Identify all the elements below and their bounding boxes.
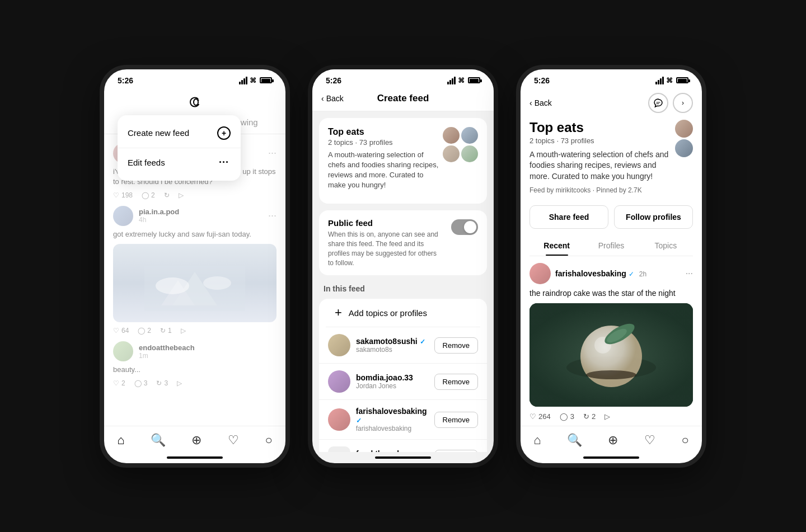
- phone-1: 5:26 ⌘ For you Following: [100, 65, 290, 468]
- repost-icon: ↻: [164, 191, 170, 199]
- comment-detail-icon: ◯: [560, 412, 568, 421]
- tab-topics[interactable]: Topics: [639, 236, 693, 256]
- verified-detail: ✓: [629, 270, 634, 278]
- more-dots-2[interactable]: ···: [268, 210, 277, 222]
- repost-detail-icon: ↻: [583, 412, 589, 421]
- create-feed-header: ‹ Back Create feed: [312, 88, 494, 111]
- avatar-pia: [113, 206, 133, 226]
- home-nav-3[interactable]: ⌂: [533, 433, 541, 448]
- detail-post-image: [529, 303, 693, 407]
- battery-icon-2: [468, 77, 480, 83]
- back-button-2[interactable]: ‹ Back: [321, 94, 344, 103]
- add-plus-icon: +: [335, 305, 342, 320]
- profile-nav-icon[interactable]: ○: [265, 433, 272, 448]
- create-feed-scroll[interactable]: Top eats 2 topics · 73 profiles A mouth-…: [312, 111, 494, 452]
- search-nav-icon[interactable]: 🔍: [151, 433, 166, 448]
- heart-nav-icon[interactable]: ♡: [228, 433, 239, 448]
- profile-item-1: sakamoto8sushi ✓ sakamoto8s Remove: [319, 327, 487, 364]
- profile-list-container: + Add topics or profiles sakamoto8sushi …: [319, 299, 487, 451]
- post-3: endoatthebeach 1m beauty... ♡2 ◯3 ↻3 ▷: [113, 341, 277, 387]
- plus-circle-icon: +: [217, 126, 231, 140]
- detail-post: farishalovesbaking ✓ 2h ··· the raindrop…: [521, 256, 702, 425]
- share-action-2[interactable]: ▷: [181, 327, 186, 335]
- feed-scroll[interactable]: farishalovesbaking ✓ 2h ··· the raindrop…: [521, 256, 702, 425]
- tab-recent[interactable]: Recent: [529, 236, 584, 256]
- back-chevron-3: ‹: [529, 98, 532, 107]
- follow-profiles-button[interactable]: Follow profiles: [614, 205, 693, 229]
- back-button-3[interactable]: ‹ Back: [529, 98, 552, 107]
- svg-point-6: [203, 276, 231, 290]
- more-options-icon[interactable]: ›: [673, 93, 693, 113]
- in-feed-label: In this feed: [312, 282, 494, 299]
- status-bar-1: 5:26 ⌘: [104, 69, 285, 88]
- avatar-bomdia: [328, 370, 350, 393]
- threads-logo: [186, 93, 204, 111]
- verified-badge-3: ✓: [356, 417, 362, 425]
- heart-detail-icon: ♡: [529, 412, 536, 421]
- time-3: 5:26: [534, 76, 550, 85]
- phone-2: 5:26 ⌘ ‹ Back Create feed Top eats 2 top…: [308, 65, 498, 468]
- feed-info-card: Top eats 2 topics · 73 profiles A mouth-…: [319, 118, 487, 204]
- heart-nav-3[interactable]: ♡: [644, 433, 655, 448]
- comment-action-2[interactable]: ◯2: [138, 327, 151, 335]
- like-action-1[interactable]: ♡ 198: [113, 191, 133, 199]
- comment-action-1[interactable]: ◯ 2: [142, 191, 155, 199]
- wifi-icon-3: ⌘: [666, 77, 673, 84]
- status-bar-3: 5:26 ⌘: [521, 69, 702, 88]
- share-icon: ▷: [179, 191, 184, 199]
- public-feed-toggle-row: Public feed When this is on, anyone can …: [319, 210, 487, 275]
- add-topics-row[interactable]: + Add topics or profiles: [326, 299, 480, 327]
- remove-btn-3[interactable]: Remove: [434, 412, 478, 428]
- more-dots-1[interactable]: ···: [268, 147, 277, 159]
- remove-btn-2[interactable]: Remove: [434, 374, 478, 390]
- speech-bubble-icon[interactable]: [648, 93, 668, 113]
- public-feed-toggle[interactable]: [451, 219, 478, 235]
- like-action-2[interactable]: ♡64: [113, 327, 129, 335]
- signal-icon-2: [447, 77, 456, 84]
- comment-icon: ◯: [142, 191, 149, 199]
- avatar-farisha-detail: [529, 263, 551, 284]
- home-indicator-1: [104, 452, 285, 463]
- feed-detail-header: ‹ Back ›: [521, 88, 702, 120]
- screen-title-2: Create feed: [377, 93, 429, 104]
- more-dots-detail[interactable]: ···: [686, 269, 693, 279]
- profile-nav-3[interactable]: ○: [681, 433, 688, 448]
- repost-action-1[interactable]: ↻: [164, 191, 170, 199]
- home-nav-icon[interactable]: ⌂: [117, 433, 124, 448]
- share-action-1[interactable]: ▷: [179, 191, 184, 199]
- avatar-sakamoto: [328, 334, 350, 356]
- phone1-content: For you Following Create new feed + Edit…: [104, 88, 285, 426]
- remove-btn-1[interactable]: Remove: [434, 337, 478, 354]
- create-nav-icon[interactable]: ⊕: [191, 433, 202, 448]
- svg-point-1: [198, 99, 199, 101]
- repost-action-detail[interactable]: ↻ 2: [583, 412, 596, 421]
- back-chevron-2: ‹: [321, 94, 324, 103]
- profile-item-3: farishalovesbaking ✓ farishalovesbaking …: [319, 400, 487, 440]
- edit-feeds-item[interactable]: Edit feeds ···: [118, 148, 241, 177]
- header-icons: ›: [648, 93, 693, 113]
- top-eats-avatars: [675, 120, 693, 157]
- detail-actions: ♡ 264 ◯ 3 ↻ 2 ▷: [529, 412, 693, 421]
- dropdown-menu: Create new feed + Edit feeds ···: [118, 115, 241, 181]
- feed-avatars-grid: [443, 127, 478, 162]
- search-nav-3[interactable]: 🔍: [567, 433, 582, 448]
- share-feed-button[interactable]: Share feed: [529, 205, 608, 229]
- profile-item-2: bomdia.joao.33 Jordan Jones Remove: [319, 364, 487, 400]
- comment-action-detail[interactable]: ◯ 3: [560, 412, 574, 421]
- share-action-detail[interactable]: ▷: [604, 412, 610, 421]
- wifi-icon-2: ⌘: [458, 77, 465, 84]
- post-image-2: [113, 244, 277, 322]
- phone-3: 5:26 ⌘ ‹ Back ›: [516, 65, 706, 468]
- top-eats-section: Top eats 2 topics · 73 profiles A mouth-…: [521, 120, 702, 201]
- status-icons-2: ⌘: [447, 77, 480, 84]
- topic-icon: 🔍: [328, 446, 350, 451]
- create-new-feed-item[interactable]: Create new feed +: [118, 119, 241, 148]
- like-action-detail[interactable]: ♡ 264: [529, 412, 551, 421]
- create-nav-3[interactable]: ⊕: [608, 433, 618, 448]
- wifi-icon: ⌘: [250, 77, 256, 84]
- repost-action-2[interactable]: ↻1: [160, 327, 172, 335]
- home-indicator-3: [521, 452, 702, 463]
- tab-profiles[interactable]: Profiles: [584, 236, 638, 256]
- svg-point-14: [586, 370, 636, 379]
- topic-item-1: 🔍 food threads 10K posts Remove: [319, 440, 487, 451]
